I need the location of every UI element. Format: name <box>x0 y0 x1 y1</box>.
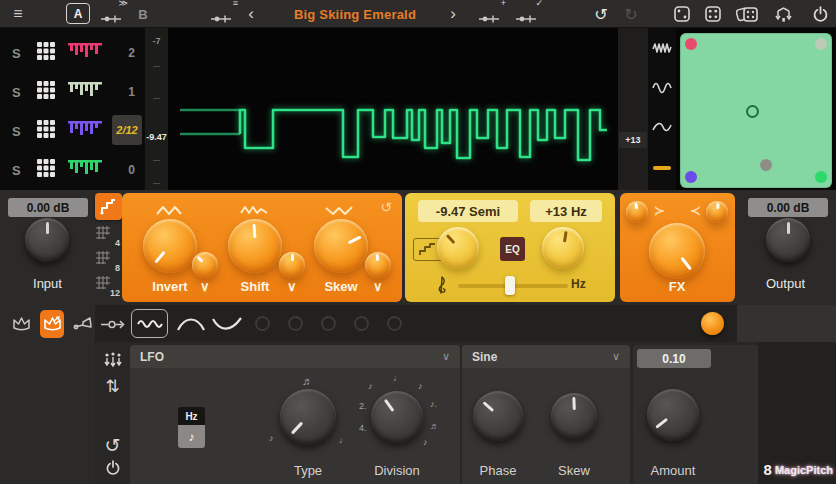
output-gain-readout[interactable]: 0.00 dB <box>748 198 828 217</box>
xy-corner-dot-topleft[interactable] <box>685 38 697 50</box>
pattern-grid-icon[interactable] <box>36 119 56 143</box>
mod-slot-empty[interactable] <box>354 316 369 331</box>
flip-vertical-icon[interactable]: ⇅ <box>95 376 130 397</box>
grid-12-button[interactable]: 12 <box>95 276 122 298</box>
dice-pair-icon[interactable] <box>734 0 760 28</box>
grid-8-button[interactable]: 8 <box>95 251 122 273</box>
track-value[interactable]: 1 <box>128 85 135 99</box>
lfo-note-mode-button[interactable]: ♪ <box>178 425 205 448</box>
semitone-readout[interactable]: -9.47 Semi <box>418 200 518 222</box>
confirm-preset-icon[interactable]: ✓ <box>513 0 539 28</box>
randomize-spread-icon[interactable] <box>772 0 794 28</box>
save-preset-icon[interactable]: + <box>476 0 502 28</box>
skew-knob[interactable] <box>314 219 368 273</box>
output-gain-knob[interactable] <box>766 218 810 262</box>
xy-corner-dot-bottomright[interactable] <box>815 171 827 183</box>
fx-send-knob[interactable] <box>626 201 648 223</box>
fx-amount-knob[interactable] <box>649 223 705 279</box>
mod-slot-3[interactable] <box>208 309 245 338</box>
solo-button[interactable]: S <box>12 124 26 139</box>
solo-button[interactable]: S <box>12 163 26 178</box>
xy-corner-dot-topright[interactable] <box>815 38 827 50</box>
lfo-division-knob[interactable] <box>371 391 423 443</box>
mod-routing-icon[interactable] <box>101 317 125 335</box>
power-icon[interactable] <box>810 0 830 28</box>
fx-label: FX <box>647 279 707 294</box>
mod-slot-2[interactable] <box>172 309 209 338</box>
undo-icon[interactable]: ↺ <box>592 0 610 28</box>
mod-slot-empty[interactable] <box>387 316 402 331</box>
amount-knob[interactable] <box>647 389 699 441</box>
lfo-type-knob[interactable] <box>280 389 336 445</box>
step-mode-button[interactable] <box>95 193 122 220</box>
preset-title[interactable]: Big Skiing Emerald <box>280 0 430 28</box>
xy-pad[interactable] <box>680 33 832 188</box>
pitch-curve-display[interactable] <box>168 28 618 190</box>
mod-slot-empty[interactable] <box>255 316 270 331</box>
skew-expand-chevron[interactable]: ∨ <box>373 279 383 294</box>
copy-b-to-a-icon[interactable]: ≡ <box>208 0 234 28</box>
dice-two-icon[interactable] <box>672 0 692 28</box>
hz-slider-handle[interactable] <box>505 276 515 295</box>
hz-readout[interactable]: +13 Hz <box>530 200 602 222</box>
sine-wave-icon[interactable] <box>648 108 676 148</box>
xy-gray-dot[interactable] <box>760 159 772 171</box>
pattern-grid-icon[interactable] <box>36 41 56 65</box>
menu-icon[interactable]: ≡ <box>8 0 28 28</box>
track-value-badge[interactable]: 2/12 <box>112 115 142 145</box>
mod-slot-1-active[interactable] <box>131 309 168 338</box>
lfo-undo-icon[interactable]: ↺ <box>95 434 130 457</box>
pattern-grid-icon[interactable] <box>36 80 56 104</box>
grid-4-button[interactable]: 4 <box>95 226 122 248</box>
solo-button[interactable]: S <box>12 85 26 100</box>
reset-icon[interactable]: ↺ <box>380 199 392 215</box>
semitone-knob[interactable] <box>437 227 479 269</box>
shift-knob[interactable] <box>228 219 282 273</box>
shift-expand-chevron[interactable]: ∨ <box>287 279 297 294</box>
eq-button[interactable]: EQ <box>500 237 525 261</box>
track-row: S 2 <box>0 34 145 72</box>
treble-clef-icon[interactable] <box>435 276 449 300</box>
solo-button[interactable]: S <box>12 46 26 61</box>
xy-corner-dot-bottomleft[interactable] <box>685 171 697 183</box>
mod-slot-empty[interactable] <box>321 316 336 331</box>
dice-four-icon[interactable] <box>703 0 723 28</box>
lfo-dropdown-chevron[interactable]: ∨ <box>442 350 450 363</box>
input-gain-knob[interactable] <box>25 218 69 262</box>
invert-mix-knob[interactable] <box>192 252 218 278</box>
prev-preset-icon[interactable]: ‹ <box>244 0 258 28</box>
spread-targets-icon[interactable] <box>95 352 130 370</box>
track-value[interactable]: 2 <box>128 46 135 60</box>
fine-hz-knob[interactable] <box>542 227 584 269</box>
shift-mix-knob[interactable] <box>279 252 305 278</box>
snapshot-b-button[interactable]: B <box>136 0 150 28</box>
lfo-power-icon[interactable] <box>95 460 130 476</box>
shape-dropdown-chevron[interactable]: ∨ <box>612 350 620 363</box>
pattern-grid-icon[interactable] <box>36 158 56 182</box>
random-wave-icon[interactable] <box>648 28 676 68</box>
lfo-hz-mode-button[interactable]: Hz <box>178 407 205 425</box>
voice-mode-b-icon[interactable] <box>40 310 65 338</box>
amount-readout[interactable]: 0.10 <box>637 349 711 368</box>
snapshot-a-button[interactable]: A <box>66 3 90 24</box>
smooth-wave-icon[interactable] <box>648 68 676 108</box>
next-preset-icon[interactable]: › <box>446 0 460 28</box>
voice-mode-horn-icon[interactable] <box>70 310 95 338</box>
offset-strip[interactable]: +13 <box>618 28 648 190</box>
copy-a-to-b-icon[interactable]: ≫ <box>98 0 124 28</box>
mod-depth-ball[interactable] <box>701 312 724 335</box>
redo-icon[interactable]: ↻ <box>622 0 640 28</box>
lfo-header[interactable]: LFO ∨ <box>130 345 460 368</box>
input-gain-readout[interactable]: 0.00 dB <box>8 198 88 217</box>
flat-wave-icon[interactable] <box>648 148 676 188</box>
shape-header[interactable]: Sine ∨ <box>462 345 630 368</box>
mod-slot-empty[interactable] <box>288 316 303 331</box>
invert-expand-chevron[interactable]: ∨ <box>200 279 210 294</box>
fx-return-knob[interactable] <box>706 201 728 223</box>
xy-cursor-ring[interactable] <box>746 105 759 118</box>
track-value[interactable]: 0 <box>128 163 135 177</box>
shape-skew-knob[interactable] <box>551 393 597 439</box>
phase-knob[interactable] <box>473 391 523 441</box>
skew-mix-knob[interactable] <box>365 252 391 278</box>
voice-mode-a-icon[interactable] <box>9 310 34 338</box>
